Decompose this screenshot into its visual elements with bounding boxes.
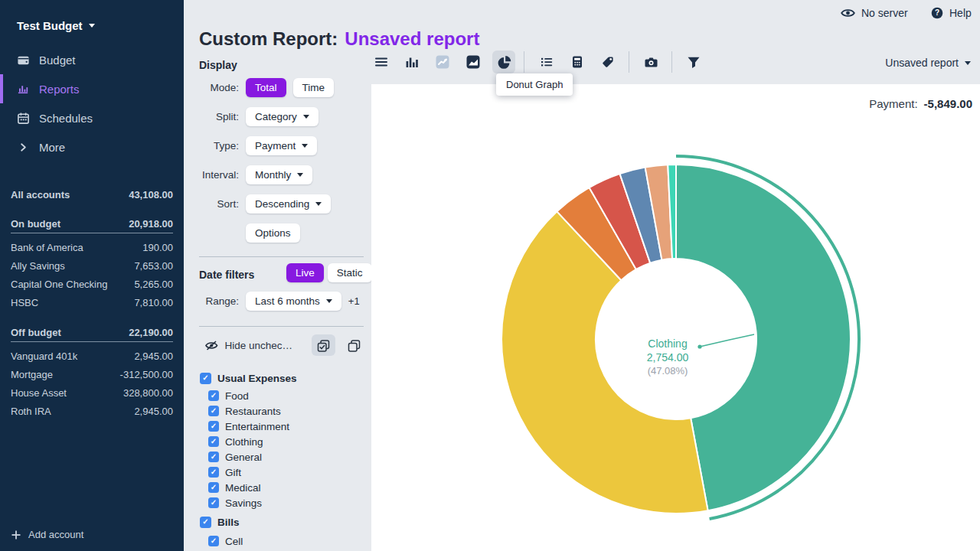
budget-name: Test Budget: [17, 19, 83, 32]
off-budget-row[interactable]: Off budget 22,190.00: [11, 324, 173, 342]
bar-chart-icon: [405, 55, 419, 69]
server-status[interactable]: No server: [841, 7, 908, 19]
add-account-label: Add account: [28, 529, 83, 540]
group-name: On budget: [11, 218, 60, 230]
wallet-icon: [17, 54, 30, 67]
category-label: Cell: [225, 536, 243, 547]
question-circle-icon: ?: [931, 7, 943, 19]
category-group-row: Bills: [200, 514, 240, 530]
account-row[interactable]: Capital One Checking 5,265.00: [11, 275, 173, 293]
chevron-down-icon: [315, 202, 322, 206]
account-balance: 7,810.00: [134, 297, 173, 308]
sidebar-item-budget[interactable]: Budget: [0, 45, 184, 74]
checkbox-medical[interactable]: [208, 482, 219, 493]
category-row: Food: [208, 388, 249, 403]
checkbox-general[interactable]: [208, 452, 219, 462]
donut-graph-button[interactable]: [492, 51, 515, 73]
help-button[interactable]: ? Help: [931, 7, 972, 19]
tags-button[interactable]: [596, 51, 619, 73]
checkbox-savings[interactable]: [208, 497, 219, 508]
checkbox-gift[interactable]: [208, 467, 219, 478]
all-accounts-row[interactable]: All accounts 43,108.00: [11, 185, 173, 204]
category-label: Entertainment: [225, 421, 289, 432]
donut-chart[interactable]: [371, 84, 980, 551]
totals-button[interactable]: [566, 51, 589, 73]
account-balance: 7,653.00: [134, 260, 173, 272]
line-graph-button-disabled[interactable]: [431, 51, 454, 73]
mode-time-button[interactable]: Time: [293, 78, 335, 97]
date-filters-title: Date filters: [199, 269, 254, 281]
chevron-down-icon: [89, 24, 95, 28]
account-row[interactable]: Vanguard 401k 2,945.00: [11, 347, 173, 365]
table-list-button[interactable]: [535, 51, 558, 73]
checkbox-bills[interactable]: [200, 517, 211, 528]
sort-select[interactable]: Descending: [246, 194, 331, 214]
filter-button[interactable]: [682, 51, 705, 73]
checkbox-cell[interactable]: [208, 536, 219, 546]
select-all-button[interactable]: [312, 334, 335, 356]
date-static-button[interactable]: Static: [328, 263, 372, 282]
account-row[interactable]: HSBC 7,810.00: [11, 293, 173, 311]
sidebar-item-label: More: [39, 141, 65, 154]
checkbox-usual-expenses[interactable]: [200, 373, 211, 384]
checkbox-entertainment[interactable]: [208, 421, 219, 432]
interval-select[interactable]: Monthly: [246, 165, 312, 184]
account-row[interactable]: House Asset 328,800.00: [11, 383, 173, 402]
type-select[interactable]: Payment: [246, 136, 317, 155]
account-name: Ally Savings: [11, 260, 65, 272]
sidebar-item-schedules[interactable]: Schedules: [0, 103, 184, 132]
account-row[interactable]: Ally Savings 7,653.00: [11, 256, 173, 275]
extra-filters-badge[interactable]: +1: [348, 295, 360, 307]
eye-slash-icon: [205, 340, 218, 351]
account-balance: 2,945.00: [134, 406, 173, 417]
range-select[interactable]: Last 6 months: [246, 292, 341, 311]
type-value: Payment: [255, 140, 296, 152]
category-row: Restaurants: [208, 403, 281, 419]
sidebar-item-reports[interactable]: Reports: [0, 74, 184, 103]
mode-total-button[interactable]: Total: [246, 78, 286, 97]
category-label: Gift: [225, 467, 241, 478]
options-button[interactable]: Options: [246, 223, 300, 243]
account-name: All accounts: [11, 189, 70, 201]
hide-unchecked-toggle[interactable]: Hide uncheck...: [225, 340, 294, 351]
help-label: Help: [949, 7, 972, 19]
account-row[interactable]: Roth IRA 2,945.00: [11, 402, 173, 420]
line-chart-icon: [435, 54, 450, 70]
split-select[interactable]: Category: [246, 107, 318, 126]
interval-label: Interval:: [184, 169, 239, 181]
account-row[interactable]: Bank of America 190.00: [11, 238, 173, 256]
stack-checked-icon: [316, 338, 331, 353]
donut-segment-clothing[interactable]: [676, 165, 851, 510]
on-budget-row[interactable]: On budget 20,918.00: [11, 215, 173, 233]
area-graph-button[interactable]: [462, 51, 485, 73]
menu-icon: [374, 55, 388, 69]
range-label: Range:: [184, 295, 239, 307]
checkbox-restaurants[interactable]: [208, 406, 219, 416]
plus-icon: [11, 530, 21, 540]
snapshot-button[interactable]: [639, 51, 662, 73]
camera-icon: [644, 56, 658, 69]
category-group-label: Usual Expenses: [217, 373, 297, 384]
account-row[interactable]: Mortgage -312,500.00: [11, 365, 173, 383]
display-section-title: Display: [199, 59, 237, 71]
divider: [199, 256, 364, 257]
split-label: Split:: [184, 111, 239, 122]
checkbox-clothing[interactable]: [208, 436, 219, 447]
account-balance: 5,265.00: [134, 279, 173, 290]
interval-value: Monthly: [255, 169, 291, 181]
menu-button[interactable]: [370, 51, 393, 73]
svg-text:?: ?: [935, 8, 939, 17]
sidebar-item-label: Reports: [39, 83, 80, 96]
sidebar-item-more[interactable]: More: [0, 132, 184, 161]
budget-name-menu[interactable]: Test Budget: [17, 19, 95, 32]
sidebar-item-label: Schedules: [39, 112, 93, 125]
checkbox-food[interactable]: [208, 390, 219, 401]
range-value: Last 6 months: [255, 295, 320, 307]
deselect-all-button[interactable]: [342, 334, 366, 356]
date-live-button[interactable]: Live: [286, 263, 324, 282]
bar-graph-button[interactable]: [400, 51, 423, 73]
add-account-button[interactable]: Add account: [11, 529, 83, 540]
category-label: Clothing: [225, 436, 263, 448]
account-balance: 190.00: [142, 242, 173, 253]
report-selector[interactable]: Unsaved report: [885, 57, 971, 69]
